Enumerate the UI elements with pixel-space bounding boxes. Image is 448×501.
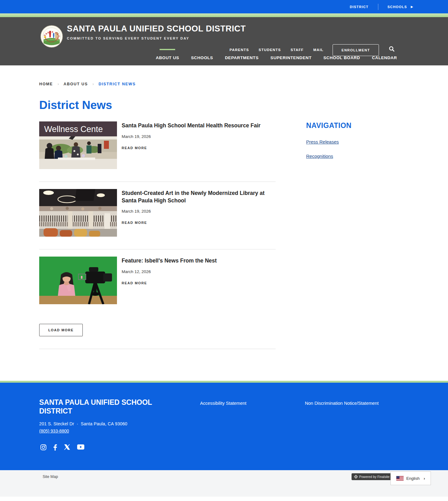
news-date: March 12, 2026 (122, 269, 217, 274)
read-more-link[interactable]: READ MORE (122, 221, 147, 225)
sidebar-link-recognitions[interactable]: Recognitions (306, 154, 409, 159)
nav-item-school-board[interactable]: SCHOOL BOARD (323, 55, 360, 60)
main-navigation: ABOUT US SCHOOLS DEPARTMENTS SUPERINTEND… (156, 55, 397, 60)
svg-text:Wellness Cente: Wellness Cente (44, 125, 103, 134)
district-schools-bar: DISTRICT SCHOOLS ▶ (0, 0, 448, 13)
nav-item-superintendent[interactable]: SUPERINTENDENT (270, 55, 311, 60)
district-link[interactable]: DISTRICT (350, 5, 368, 9)
site-footer: SANTA PAULA UNIFIED SCHOOL DISTRICT 201 … (0, 383, 448, 470)
district-seal-icon: SANTA PAULA UNIFIED SCHOOL DISTRICT (40, 25, 63, 48)
search-icon (389, 46, 394, 52)
footer-link-nondiscrimination[interactable]: Non Discrimination Notice/Statement (305, 401, 379, 406)
sidebar-link-press-releases[interactable]: Press Releases (306, 139, 409, 144)
news-title: Feature: Isbell's News From the Nest (122, 257, 217, 265)
footer-district-name: SANTA PAULA UNIFIED SCHOOL DISTRICT (39, 398, 157, 415)
enrollment-button[interactable]: ENROLLMENT (333, 44, 379, 56)
x-twitter-link[interactable] (64, 444, 70, 451)
facebook-link[interactable] (54, 444, 57, 451)
nav-item-about-us[interactable]: ABOUT US (156, 55, 179, 60)
news-thumbnail-wellness-fair[interactable]: Wellness Cente (39, 121, 117, 169)
read-more-link[interactable]: READ MORE (122, 146, 147, 150)
utility-link-staff[interactable]: STAFF (291, 48, 304, 52)
breadcrumb-separator-icon: › (92, 82, 94, 86)
topbar-divider (378, 4, 378, 10)
brand-block: SANTA PAULA UNIFIED SCHOOL DISTRICT COMM… (67, 24, 246, 40)
site-header: SANTA PAULA UNIFIED SCHOOL DISTRICT SANT… (0, 17, 448, 65)
utility-link-students[interactable]: STUDENTS (259, 48, 281, 52)
district-seal-logo[interactable]: SANTA PAULA UNIFIED SCHOOL DISTRICT (40, 25, 63, 48)
chevron-right-icon: › (424, 476, 425, 481)
utility-link-parents[interactable]: PARENTS (230, 48, 249, 52)
x-twitter-icon (64, 444, 70, 450)
youtube-icon (77, 444, 84, 450)
search-button[interactable] (389, 46, 394, 53)
news-title: Student-Created Art in the Newly Moderni… (122, 190, 276, 204)
powered-by-finalsite-badge[interactable]: Powered by Finalsite (352, 473, 392, 480)
us-flag-icon (396, 476, 404, 480)
green-accent-strip (0, 13, 448, 17)
news-thumbnail-green-screen-studio[interactable] (39, 257, 117, 304)
footer-address: 201 S. Steckel Dr · Santa Paula, CA 9306… (39, 421, 127, 426)
news-list: Wellness Cente Santa Paula High School M… (39, 121, 276, 349)
language-selector[interactable]: English › (390, 471, 431, 485)
utility-link-mail[interactable]: MAIL (313, 48, 324, 52)
nav-item-departments[interactable]: DEPARTMENTS (225, 55, 259, 60)
nav-item-schools[interactable]: SCHOOLS (191, 55, 213, 60)
content-divider (39, 349, 276, 349)
instagram-link[interactable] (40, 444, 46, 451)
footer-link-accessibility[interactable]: Accessibility Statement (200, 401, 246, 406)
sidebar-title: NAVIGATION (306, 121, 409, 130)
news-article: Feature: Isbell's News From the Nest Mar… (39, 257, 276, 317)
news-article: Wellness Cente Santa Paula High School M… (39, 121, 276, 182)
breadcrumb-separator-icon: › (58, 82, 59, 86)
facebook-icon (54, 444, 57, 451)
bottom-bar: Site Map Powered by Finalsite English › (0, 470, 448, 497)
finalsite-icon (354, 475, 358, 479)
news-thumbnail-library[interactable] (39, 189, 117, 237)
district-tagline: COMMITTED TO SERVING EVERY STUDENT EVERY… (67, 36, 246, 40)
news-date: March 19, 2026 (122, 209, 276, 214)
footer-social-links (40, 444, 84, 451)
news-title: Santa Paula High School Mental Health Re… (122, 122, 260, 130)
district-title[interactable]: SANTA PAULA UNIFIED SCHOOL DISTRICT (67, 24, 246, 34)
news-article: Student-Created Art in the Newly Moderni… (39, 189, 276, 249)
breadcrumb-district-news: DISTRICT NEWS (99, 82, 136, 86)
schools-expand-icon[interactable]: ▶ (411, 5, 413, 8)
sidebar-navigation: NAVIGATION Press Releases Recognitions (306, 121, 409, 349)
instagram-icon (40, 444, 46, 450)
news-date: March 19, 2026 (122, 134, 260, 139)
nav-item-calendar[interactable]: CALENDAR (372, 55, 397, 60)
language-label: English (406, 476, 420, 481)
read-more-link[interactable]: READ MORE (122, 281, 147, 285)
breadcrumb-about-us[interactable]: ABOUT US (63, 82, 88, 86)
utility-nav: PARENTS STUDENTS STAFF MAIL (230, 48, 324, 52)
youtube-link[interactable] (77, 444, 84, 451)
schools-link[interactable]: SCHOOLS (388, 5, 407, 9)
breadcrumb-home[interactable]: HOME (39, 82, 53, 86)
breadcrumb: HOME › ABOUT US › DISTRICT NEWS (39, 65, 409, 86)
site-map-link[interactable]: Site Map (43, 475, 58, 479)
load-more-button[interactable]: LOAD MORE (39, 324, 83, 336)
page-title: District News (39, 99, 409, 112)
footer-phone-link[interactable]: (805) 933-8800 (39, 428, 69, 433)
